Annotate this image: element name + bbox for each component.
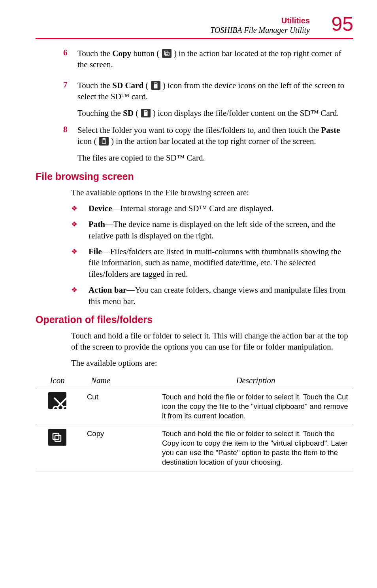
- svg-rect-3: [155, 83, 156, 84]
- sd-icon: [151, 81, 160, 90]
- header-title: Utilities: [36, 16, 310, 25]
- th-name: Name: [79, 373, 158, 388]
- diamond-icon: ❖: [71, 246, 89, 280]
- step-body: Select the folder you want to copy the f…: [77, 125, 353, 151]
- step-number: 8: [63, 125, 77, 151]
- row-desc: Touch and hold the file or folder to sel…: [158, 425, 353, 471]
- sd-icon: [141, 109, 151, 117]
- section2-intro: The available options are:: [71, 357, 353, 369]
- bullet-text: File—Files/folders are listed in multi-c…: [89, 246, 353, 280]
- svg-rect-1: [164, 51, 168, 55]
- cut-icon: [48, 392, 66, 409]
- section-heading-operation: Operation of files/folders: [36, 314, 353, 325]
- copy-icon: [48, 429, 66, 446]
- options-table: Icon Name Description CutTouch and hold …: [36, 373, 353, 471]
- diamond-icon: ❖: [71, 203, 89, 214]
- page-number: 95: [331, 14, 353, 34]
- svg-rect-5: [145, 111, 145, 112]
- bullet-item: ❖File—Files/folders are listed in multi-…: [71, 246, 353, 280]
- step-body: Touch the SD Card ( ) icon from the devi…: [77, 80, 353, 106]
- bullet-text: Path—The device name is displayed on the…: [89, 219, 353, 241]
- step-number: 7: [63, 80, 77, 106]
- header-rule: [36, 38, 353, 39]
- row-name: Cut: [79, 388, 158, 425]
- table-row: CutTouch and hold the file or folder to …: [36, 388, 353, 425]
- svg-rect-4: [156, 83, 157, 84]
- svg-rect-7: [146, 111, 147, 112]
- page-header: Utilities TOSHIBA File Manager Utility 9…: [36, 16, 353, 35]
- svg-rect-2: [155, 83, 155, 84]
- section-heading-file-browsing: File browsing screen: [36, 171, 353, 182]
- svg-rect-14: [55, 435, 61, 441]
- table-row: CopyTouch and hold the file or folder to…: [36, 425, 353, 471]
- bullet-item: ❖Action bar—You can create folders, chan…: [71, 284, 353, 307]
- th-icon: Icon: [36, 373, 79, 388]
- row-name: Copy: [79, 425, 158, 471]
- th-desc: Description: [158, 373, 353, 388]
- svg-rect-15: [53, 433, 59, 439]
- copy-icon: [162, 49, 172, 58]
- bullet-item: ❖Device—Internal storage and SD™ Card ar…: [71, 203, 353, 214]
- section2-para: Touch and hold a file or folder to selec…: [71, 330, 353, 353]
- steps-list: 6Touch the Copy button ( ) in the action…: [36, 48, 353, 164]
- diamond-icon: ❖: [71, 219, 89, 241]
- section1-intro: The available options in the File browsi…: [71, 187, 353, 198]
- paste-icon: [99, 137, 109, 146]
- row-desc: Touch and hold the file or folder to sel…: [158, 388, 353, 425]
- svg-rect-0: [166, 52, 169, 56]
- header-subtitle: TOSHIBA File Manager Utility: [36, 25, 310, 35]
- step-after: Touching the SD ( ) icon displays the fi…: [77, 108, 353, 119]
- bullet-item: ❖Path—The device name is displayed on th…: [71, 219, 353, 241]
- row-icon-cell: [36, 388, 79, 425]
- bullet-text: Action bar—You can create folders, chang…: [89, 284, 353, 307]
- row-icon-cell: [36, 425, 79, 471]
- section1-bullets: ❖Device—Internal storage and SD™ Card ar…: [71, 203, 353, 307]
- step-after: The files are copied to the SD™ Card.: [77, 152, 353, 163]
- svg-rect-9: [103, 138, 105, 140]
- diamond-icon: ❖: [71, 284, 89, 307]
- bullet-text: Device—Internal storage and SD™ Card are…: [89, 203, 353, 214]
- step-body: Touch the Copy button ( ) in the action …: [77, 48, 353, 74]
- svg-rect-6: [145, 111, 146, 112]
- step-number: 6: [63, 48, 77, 74]
